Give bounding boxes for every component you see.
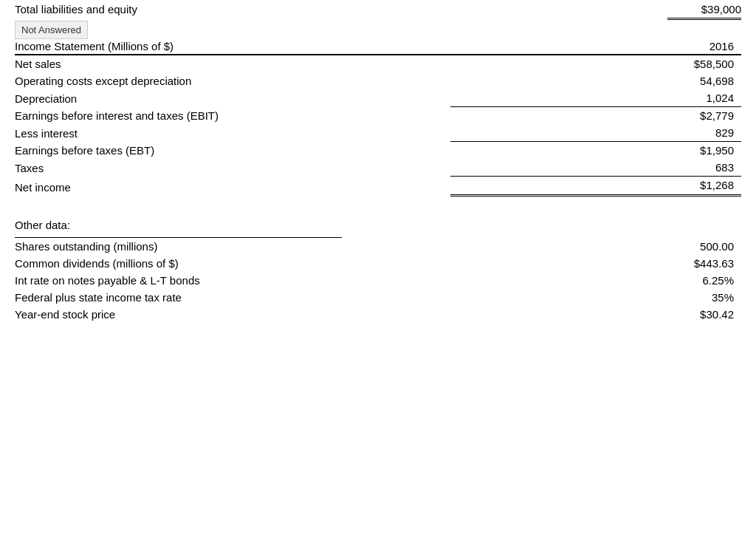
row-label: Net sales [15, 55, 450, 72]
top-section: Total liabilities and equity $39,000 Not… [15, 0, 741, 23]
row-label: Year-end stock price [15, 306, 450, 323]
table-row: Net income $1,268 [15, 177, 741, 196]
table-row: Int rate on notes payable & L-T bonds 6.… [15, 272, 741, 289]
row-label: Federal plus state income tax rate [15, 289, 450, 306]
row-label: Earnings before taxes (EBT) [15, 142, 450, 160]
table-row: Earnings before interest and taxes (EBIT… [15, 107, 741, 125]
total-liabilities-value: $39,000 [667, 3, 741, 20]
row-value: $58,500 [450, 55, 741, 72]
row-label: Depreciation [15, 89, 450, 107]
row-value: 683 [450, 159, 741, 177]
row-value: $2,779 [450, 107, 741, 125]
table-row: Shares outstanding (millions) 500.00 [15, 238, 741, 255]
row-label: Operating costs except depreciation [15, 72, 450, 89]
row-value: $30.42 [450, 306, 741, 323]
income-statement-title: Income Statement (Millions of $) [15, 38, 450, 55]
table-row: Less interest 829 [15, 124, 741, 142]
total-liabilities-label: Total liabilities and equity [15, 3, 137, 16]
not-answered-badge: Not Answered [15, 21, 88, 39]
row-value: 6.25% [450, 272, 741, 289]
table-row: Year-end stock price $30.42 [15, 306, 741, 323]
income-statement-year: 2016 [450, 38, 741, 55]
page-wrapper: Total liabilities and equity $39,000 Not… [0, 0, 756, 560]
row-label: Common dividends (millions of $) [15, 255, 450, 272]
row-value: $443.63 [450, 255, 741, 272]
row-label: Int rate on notes payable & L-T bonds [15, 272, 450, 289]
income-statement-table: Income Statement (Millions of $) 2016 Ne… [15, 38, 741, 197]
row-label: Earnings before interest and taxes (EBIT… [15, 107, 450, 125]
row-label: Net income [15, 177, 450, 196]
table-row: Federal plus state income tax rate 35% [15, 289, 741, 306]
row-value: $1,268 [450, 177, 741, 196]
row-value: 35% [450, 289, 741, 306]
income-section: Income Statement (Millions of $) 2016 Ne… [15, 38, 741, 197]
row-value: 829 [450, 124, 741, 142]
table-row: Depreciation 1,024 [15, 89, 741, 107]
table-row: Common dividends (millions of $) $443.63 [15, 255, 741, 272]
table-row: Operating costs except depreciation 54,6… [15, 72, 741, 89]
row-value: $1,950 [450, 142, 741, 160]
total-liabilities-row: Total liabilities and equity $39,000 [15, 3, 741, 23]
other-data-table: Shares outstanding (millions) 500.00 Com… [15, 238, 741, 323]
table-row: Earnings before taxes (EBT) $1,950 [15, 142, 741, 160]
row-label: Taxes [15, 159, 450, 177]
row-value: 1,024 [450, 89, 741, 107]
row-label: Less interest [15, 124, 450, 142]
row-value: 500.00 [450, 238, 741, 255]
other-data-header: Other data: [15, 219, 741, 236]
row-label: Shares outstanding (millions) [15, 238, 450, 255]
other-data-section: Other data: Shares outstanding (millions… [15, 219, 741, 323]
income-statement-header-row: Income Statement (Millions of $) 2016 [15, 38, 741, 55]
table-row: Taxes 683 [15, 159, 741, 177]
row-value: 54,698 [450, 72, 741, 89]
table-row: Net sales $58,500 [15, 55, 741, 72]
